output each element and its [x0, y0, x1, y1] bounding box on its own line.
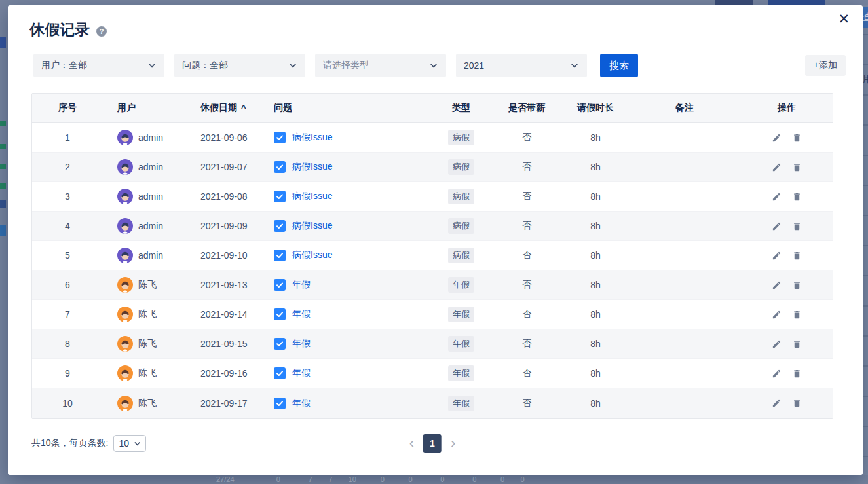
table-header: 序号 用户 休假日期^ 问题 类型 是否带薪 请假时长 备注 操作	[32, 94, 833, 123]
edit-icon[interactable]	[772, 192, 782, 202]
chevron-down-icon	[570, 61, 579, 70]
edit-icon[interactable]	[772, 162, 782, 172]
duration-value: 8h	[563, 280, 628, 290]
check-icon	[276, 163, 284, 171]
issue-checkbox[interactable]	[274, 367, 286, 379]
delete-icon[interactable]	[792, 133, 802, 143]
check-icon	[276, 369, 284, 377]
issue-link[interactable]: 年假	[292, 367, 311, 379]
edit-icon[interactable]	[772, 339, 782, 349]
issue-checkbox[interactable]	[274, 161, 286, 173]
issue-link[interactable]: 病假Issue	[292, 191, 332, 202]
duration-value: 8h	[563, 221, 628, 231]
paid-value: 否	[491, 308, 563, 320]
modal-header: 休假记录 ?	[8, 5, 863, 40]
row-index: 9	[32, 368, 103, 379]
user-avatar	[117, 277, 133, 293]
issue-link[interactable]: 病假Issue	[292, 161, 332, 173]
delete-icon[interactable]	[792, 369, 802, 379]
column-header-paid: 是否带薪	[491, 102, 563, 114]
issue-link[interactable]: 病假Issue	[292, 220, 332, 232]
backdrop-artifact	[715, 0, 753, 5]
backdrop-artifact: 27/24 0 7 7 10 0 0 0 0 0 0	[0, 475, 868, 484]
chevron-down-icon	[288, 61, 297, 70]
row-index: 6	[32, 280, 103, 290]
issue-checkbox[interactable]	[274, 398, 286, 409]
edit-icon[interactable]	[772, 398, 782, 408]
type-badge: 年假	[448, 307, 474, 322]
row-index: 3	[32, 191, 103, 202]
pagination: ‹ 1 ›	[408, 434, 457, 453]
issue-filter-select[interactable]: 问题：全部	[174, 54, 305, 77]
edit-icon[interactable]	[772, 133, 782, 143]
table-row: 8 陈飞 2021-09-15 年假 年假 否 8h	[32, 329, 833, 359]
column-header-issue: 问题	[259, 102, 432, 114]
delete-icon[interactable]	[792, 398, 802, 408]
backdrop-artifact	[0, 121, 6, 126]
issue-checkbox[interactable]	[274, 191, 286, 202]
delete-icon[interactable]	[792, 162, 802, 172]
duration-value: 8h	[563, 309, 628, 320]
issue-link[interactable]: 病假Issue	[292, 250, 332, 261]
leave-date: 2021-09-17	[186, 398, 259, 409]
issue-checkbox[interactable]	[274, 338, 286, 350]
delete-icon[interactable]	[792, 192, 802, 202]
prev-page-icon[interactable]: ‹	[408, 436, 415, 451]
delete-icon[interactable]	[792, 251, 802, 261]
delete-icon[interactable]	[792, 280, 802, 290]
paid-value: 否	[491, 191, 563, 202]
issue-checkbox[interactable]	[274, 220, 286, 232]
column-header-type: 类型	[432, 102, 491, 114]
issue-checkbox[interactable]	[274, 250, 286, 261]
issue-link[interactable]: 病假Issue	[292, 132, 332, 143]
edit-icon[interactable]	[772, 280, 782, 290]
table-row: 9 陈飞 2021-09-16 年假 年假 否 8h	[32, 359, 833, 388]
user-filter-select[interactable]: 用户：全部	[33, 54, 164, 77]
chevron-down-icon	[147, 61, 157, 70]
current-page-button[interactable]: 1	[423, 434, 442, 453]
row-index: 8	[32, 339, 103, 349]
delete-icon[interactable]	[792, 221, 802, 231]
search-button[interactable]: 搜索	[600, 54, 638, 77]
duration-value: 8h	[563, 339, 628, 349]
issue-link[interactable]: 年假	[292, 398, 311, 409]
page-title: 休假记录	[29, 20, 90, 40]
edit-icon[interactable]	[772, 369, 782, 379]
delete-icon[interactable]	[792, 310, 802, 320]
backdrop-artifact	[768, 0, 825, 5]
leave-date: 2021-09-10	[186, 250, 259, 261]
edit-icon[interactable]	[772, 251, 782, 261]
close-icon[interactable]: ✕	[838, 12, 850, 26]
issue-link[interactable]: 年假	[292, 338, 311, 350]
column-header-duration: 请假时长	[563, 102, 628, 114]
row-index: 4	[32, 221, 103, 231]
user-name: 陈飞	[138, 367, 157, 379]
table-row: 2 admin 2021-09-07 病假Issue 病假 否 8h	[32, 153, 833, 182]
year-filter-select[interactable]: 2021	[456, 54, 587, 77]
table-row: 1 admin 2021-09-06 病假Issue 病假 否 8h	[32, 123, 833, 153]
next-page-icon[interactable]: ›	[449, 436, 457, 451]
user-avatar	[117, 218, 133, 234]
user-name: admin	[138, 191, 163, 202]
issue-checkbox[interactable]	[274, 308, 286, 320]
page-size-value: 10	[119, 438, 129, 449]
delete-icon[interactable]	[792, 339, 802, 349]
issue-link[interactable]: 年假	[292, 308, 311, 320]
issue-checkbox[interactable]	[274, 132, 286, 143]
column-header-date[interactable]: 休假日期^	[186, 102, 259, 114]
issue-checkbox[interactable]	[274, 279, 286, 291]
user-name: admin	[138, 221, 163, 231]
edit-icon[interactable]	[772, 310, 782, 320]
duration-value: 8h	[563, 398, 628, 409]
edit-icon[interactable]	[772, 221, 782, 231]
issue-link[interactable]: 年假	[292, 279, 311, 291]
type-badge: 病假	[448, 218, 474, 234]
page-size-select[interactable]: 10	[113, 435, 146, 452]
check-icon	[276, 310, 284, 318]
check-icon	[276, 281, 284, 289]
type-filter-select[interactable]: 请选择类型	[315, 54, 446, 77]
check-icon	[276, 340, 284, 348]
add-button[interactable]: +添加	[805, 55, 846, 76]
help-icon[interactable]: ?	[96, 26, 107, 37]
user-filter-value: 用户：全部	[41, 60, 87, 71]
